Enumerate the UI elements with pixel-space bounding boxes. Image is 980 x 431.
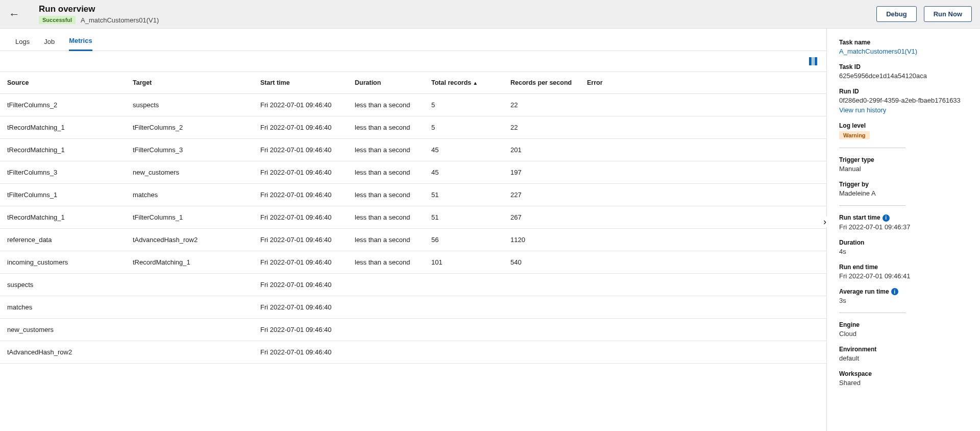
cell-duration: less than a second — [350, 94, 426, 116]
cell-source: tRecordMatching_1 — [0, 139, 128, 161]
cell-start: Fri 2022-07-01 09:46:40 — [255, 94, 350, 116]
col-start-time[interactable]: Start time — [255, 72, 350, 94]
table-row[interactable]: tFilterColumns_1matchesFri 2022-07-01 09… — [0, 184, 826, 206]
tabs: Logs Job Metrics — [0, 29, 826, 51]
run-now-button[interactable]: Run Now — [924, 6, 972, 22]
value-workspace: Shared — [839, 379, 968, 387]
table-row[interactable]: tRecordMatching_1tFilterColumns_3Fri 202… — [0, 139, 826, 161]
cell-target: tFilterColumns_2 — [128, 116, 255, 139]
cell-rps: 22 — [505, 94, 582, 116]
cell-start: Fri 2022-07-01 09:46:40 — [255, 139, 350, 161]
table-row[interactable]: tRecordMatching_1tFilterColumns_1Fri 202… — [0, 206, 826, 229]
table-row[interactable]: tAdvancedHash_row2Fri 2022-07-01 09:46:4… — [0, 341, 826, 364]
table-row[interactable]: new_customersFri 2022-07-01 09:46:40 — [0, 319, 826, 341]
cell-source: tAdvancedHash_row2 — [0, 341, 128, 364]
cell-error — [582, 274, 826, 296]
label-run-start: Run start timei — [839, 214, 968, 222]
cell-total: 101 — [426, 251, 505, 274]
cell-error — [582, 94, 826, 116]
cell-target: matches — [128, 184, 255, 206]
table-row[interactable]: tFilterColumns_2suspectsFri 2022-07-01 0… — [0, 94, 826, 116]
value-run-end: Fri 2022-07-01 09:46:41 — [839, 272, 968, 280]
cell-source: new_customers — [0, 319, 128, 341]
label-run-end: Run end time — [839, 264, 968, 271]
cell-rps: 197 — [505, 161, 582, 184]
col-source[interactable]: Source — [0, 72, 128, 94]
cell-total: 51 — [426, 206, 505, 229]
cell-duration: less than a second — [350, 161, 426, 184]
table-row[interactable]: incoming_customerstRecordMatching_1Fri 2… — [0, 251, 826, 274]
value-trigger-type: Manual — [839, 165, 968, 173]
cell-total — [426, 319, 505, 341]
label-log-level: Log level — [839, 122, 968, 129]
cell-source: incoming_customers — [0, 251, 128, 274]
cell-start: Fri 2022-07-01 09:46:40 — [255, 319, 350, 341]
cell-start: Fri 2022-07-01 09:46:40 — [255, 184, 350, 206]
col-total-records-label: Total records — [431, 79, 471, 86]
columns-icon[interactable] — [809, 57, 817, 65]
col-error[interactable]: Error — [582, 72, 826, 94]
tab-logs[interactable]: Logs — [15, 35, 30, 51]
cell-rps — [505, 319, 582, 341]
sort-asc-icon: ▲ — [473, 80, 478, 86]
back-button[interactable]: ← — [0, 0, 29, 29]
cell-rps: 201 — [505, 139, 582, 161]
value-duration: 4s — [839, 248, 968, 255]
col-target[interactable]: Target — [128, 72, 255, 94]
cell-target: new_customers — [128, 161, 255, 184]
cell-target: tAdvancedHash_row2 — [128, 229, 255, 251]
cell-target: tFilterColumns_3 — [128, 139, 255, 161]
cell-source: tFilterColumns_1 — [0, 184, 128, 206]
debug-button[interactable]: Debug — [876, 6, 916, 22]
label-avg-run-time: Average run timei — [839, 288, 968, 296]
details-panel: › Task name A_matchCustomers01(V1) Task … — [827, 29, 980, 431]
value-environment: default — [839, 354, 968, 362]
collapse-panel-icon[interactable]: › — [820, 217, 830, 227]
cell-rps: 227 — [505, 184, 582, 206]
label-duration: Duration — [839, 239, 968, 246]
task-name-link[interactable]: A_matchCustomers01(V1) — [839, 47, 968, 55]
tab-metrics[interactable]: Metrics — [69, 34, 92, 51]
cell-duration — [350, 274, 426, 296]
header-title-area: Run overview Successful A_matchCustomers… — [29, 4, 876, 24]
label-trigger-type: Trigger type — [839, 156, 968, 163]
view-run-history-link[interactable]: View run history — [839, 106, 968, 114]
table-row[interactable]: suspectsFri 2022-07-01 09:46:40 — [0, 274, 826, 296]
cell-total: 5 — [426, 116, 505, 139]
cell-error — [582, 184, 826, 206]
cell-duration: less than a second — [350, 184, 426, 206]
divider — [839, 313, 905, 313]
cell-error — [582, 161, 826, 184]
col-total-records[interactable]: Total records▲ — [426, 72, 505, 94]
cell-source: reference_data — [0, 229, 128, 251]
arrow-left-icon: ← — [9, 8, 20, 21]
table-row[interactable]: reference_datatAdvancedHash_row2Fri 2022… — [0, 229, 826, 251]
cell-source: matches — [0, 296, 128, 319]
cell-error — [582, 206, 826, 229]
cell-error — [582, 116, 826, 139]
info-icon[interactable]: i — [883, 214, 890, 222]
table-row[interactable]: tFilterColumns_3new_customersFri 2022-07… — [0, 161, 826, 184]
col-rps[interactable]: Records per second — [505, 72, 582, 94]
cell-source: tRecordMatching_1 — [0, 206, 128, 229]
cell-rps: 22 — [505, 116, 582, 139]
status-badge: Successful — [39, 16, 76, 24]
info-icon[interactable]: i — [891, 288, 898, 295]
value-run-id: 0f286ed0-299f-4359-a2eb-fbaeb1761633 — [839, 97, 968, 104]
cell-start: Fri 2022-07-01 09:46:40 — [255, 116, 350, 139]
table-row[interactable]: matchesFri 2022-07-01 09:46:40 — [0, 296, 826, 319]
cell-duration — [350, 341, 426, 364]
cell-error — [582, 251, 826, 274]
cell-duration: less than a second — [350, 206, 426, 229]
tab-job[interactable]: Job — [44, 35, 55, 51]
cell-total: 56 — [426, 229, 505, 251]
cell-total: 5 — [426, 94, 505, 116]
value-avg-run-time: 3s — [839, 297, 968, 304]
cell-duration: less than a second — [350, 229, 426, 251]
header-task-name: A_matchCustomers01(V1) — [81, 16, 159, 24]
label-task-name: Task name — [839, 39, 968, 46]
table-row[interactable]: tRecordMatching_1tFilterColumns_2Fri 202… — [0, 116, 826, 139]
col-duration[interactable]: Duration — [350, 72, 426, 94]
cell-target — [128, 274, 255, 296]
cell-start: Fri 2022-07-01 09:46:40 — [255, 251, 350, 274]
